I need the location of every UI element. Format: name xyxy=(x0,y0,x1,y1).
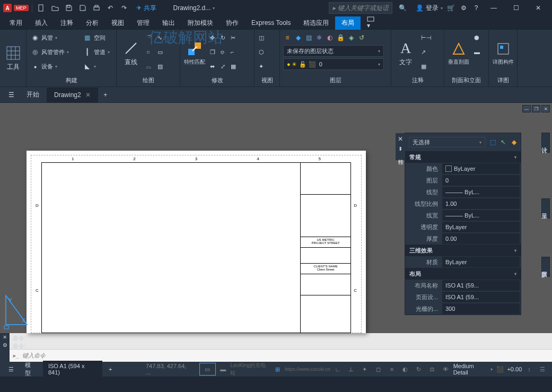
view-3d-icon[interactable]: ⬡ xyxy=(257,45,266,59)
annovisibility-icon[interactable]: 👁 xyxy=(440,363,452,376)
quick-select-icon[interactable]: ⬚ xyxy=(487,137,498,147)
props-value[interactable]: ——— ByL... xyxy=(442,187,520,197)
match-props-button[interactable]: 特性匹配 xyxy=(182,31,207,75)
detail-button[interactable]: 详图构件 xyxy=(491,31,515,75)
layer-states-icon[interactable]: ◆ xyxy=(294,33,302,42)
copy-icon[interactable]: ❐ xyxy=(208,45,217,59)
minimize-button[interactable]: — xyxy=(483,0,504,16)
cmd-close-icon[interactable]: ✕ xyxy=(3,334,7,340)
pipe-button[interactable]: ┃管道▾ xyxy=(81,45,114,59)
side-tab-display[interactable]: 显示 xyxy=(541,198,550,219)
redo-icon[interactable]: ↷ xyxy=(118,2,130,14)
layer-off-icon[interactable]: ◐ xyxy=(326,33,334,42)
duct-button[interactable]: ◉风管▾ xyxy=(29,31,80,45)
paper-space-icon[interactable]: ▭ xyxy=(199,363,216,376)
space-button[interactable]: ▦空间 xyxy=(81,31,114,45)
cycling-icon[interactable]: ↻ xyxy=(413,363,425,376)
sect-line-icon[interactable]: ▬ xyxy=(472,45,482,59)
elev-icon[interactable]: ⬢ xyxy=(472,31,482,45)
add-tab-button[interactable]: + xyxy=(98,88,113,102)
selection-dropdown[interactable]: 无选择▾ xyxy=(409,137,485,147)
tab-layout[interactable]: ISO A1 (594 x 841) xyxy=(43,361,102,378)
tabs-menu-button[interactable]: ☰ xyxy=(3,87,19,103)
props-value[interactable]: 1.00 xyxy=(442,198,520,209)
move-icon[interactable]: ✥ xyxy=(208,31,217,45)
toggle-pick-icon[interactable]: ◆ xyxy=(509,137,519,147)
help-icon[interactable]: ? xyxy=(470,2,482,14)
hatch-icon[interactable]: ▨ xyxy=(155,59,165,73)
menu-tab-4[interactable]: 视图 xyxy=(105,16,130,30)
ortho-icon[interactable]: ⊥ xyxy=(345,363,358,376)
elevation-offset[interactable]: +0.00 xyxy=(507,366,522,372)
annoscale-icon[interactable]: ⚖ xyxy=(426,363,439,376)
view-cube-icon[interactable]: ◫ xyxy=(257,31,266,45)
search-icon[interactable]: 🔍 xyxy=(397,2,408,14)
canvas-restore-button[interactable]: ❐ xyxy=(532,105,540,112)
save-icon[interactable] xyxy=(63,2,75,14)
close-button[interactable]: ✕ xyxy=(528,0,549,16)
customize-icon[interactable]: ☰ xyxy=(537,363,549,376)
props-value[interactable]: ByLayer xyxy=(442,163,520,174)
menu-tab-7[interactable]: 附加模块 xyxy=(181,16,220,30)
login-button[interactable]: 👤登录▾ xyxy=(416,4,443,13)
props-section-header[interactable]: 三维效果▾ xyxy=(405,245,521,256)
canvas-close-button[interactable]: ✕ xyxy=(541,105,550,112)
grid-icon[interactable]: ⊞ xyxy=(271,363,284,376)
detail-level[interactable]: Medium Detail xyxy=(453,363,489,376)
props-value[interactable]: 0.00 xyxy=(442,233,520,244)
command-input[interactable]: ▸_ 键入命令 xyxy=(10,349,552,362)
menu-tab-1[interactable]: 插入 xyxy=(29,16,54,30)
ribbon-collapse-button[interactable]: ▾ xyxy=(361,14,381,31)
side-tab-extdata[interactable]: 扩展数据 xyxy=(541,257,550,277)
section-button[interactable]: 垂直剖面 xyxy=(446,31,471,75)
snap-icon[interactable]: ∟ xyxy=(331,363,344,376)
side-tab-design[interactable]: 设计 xyxy=(541,133,550,153)
table-icon[interactable]: ▦ xyxy=(419,59,434,73)
apps-icon[interactable]: ⚙ xyxy=(458,2,469,14)
open-icon[interactable] xyxy=(49,2,61,14)
panel-close-icon[interactable]: ✕ xyxy=(398,135,403,143)
share-button[interactable]: ✈共享 xyxy=(132,4,161,13)
saveas-icon[interactable] xyxy=(77,2,89,14)
maximize-button[interactable]: ☐ xyxy=(505,0,527,16)
layer-state-dropdown[interactable]: 未保存的图层状态▾ xyxy=(283,45,384,57)
plot-icon[interactable] xyxy=(91,2,102,14)
menu-tab-11[interactable]: 布局 xyxy=(335,16,361,30)
line-button[interactable]: 直线 xyxy=(119,31,143,75)
menu-tab-6[interactable]: 输出 xyxy=(156,16,181,30)
menu-tab-9[interactable]: Express Tools xyxy=(245,17,297,29)
props-value[interactable]: ByLayer xyxy=(442,257,520,267)
menu-tab-2[interactable]: 注释 xyxy=(54,16,80,30)
duct-fitting-button[interactable]: ◎风管管件▾ xyxy=(29,45,80,59)
tools-button[interactable]: 工具 xyxy=(2,31,24,85)
rotate-icon[interactable]: ↻ xyxy=(218,31,227,45)
tab-drawing[interactable]: Drawing2✕ xyxy=(47,88,98,102)
status-menu-button[interactable]: ☰ xyxy=(3,361,19,377)
layer-iso-icon[interactable]: ▤ xyxy=(304,33,313,42)
stretch-icon[interactable]: ⬌ xyxy=(208,59,217,73)
layer-match-icon[interactable]: ◈ xyxy=(347,33,355,42)
canvas-area[interactable]: — ❐ ✕ 12345 DC DC US METRICPROJECT STREE… xyxy=(0,103,552,333)
undo-icon[interactable]: ↶ xyxy=(104,2,116,14)
menu-tab-0[interactable]: 常用 xyxy=(3,16,29,30)
mirror-icon[interactable]: ⎊ xyxy=(218,45,227,59)
menu-tab-8[interactable]: 协作 xyxy=(220,16,245,30)
props-section-header[interactable]: 布局▾ xyxy=(405,268,521,280)
fillet-icon[interactable]: ⌐ xyxy=(229,45,238,59)
leader-icon[interactable]: ↗ xyxy=(419,45,434,59)
model-space-icon[interactable]: ▬ xyxy=(217,363,230,376)
props-value[interactable]: ISO A1 (59... xyxy=(442,292,520,302)
new-icon[interactable] xyxy=(36,2,47,14)
replace-z-icon[interactable]: ↕ xyxy=(523,363,535,376)
polyline-icon[interactable]: ⌒ xyxy=(144,31,154,45)
transparency-icon[interactable]: ◐ xyxy=(399,363,412,376)
cmd-config-icon[interactable]: ⚙ xyxy=(3,342,7,348)
spline-icon[interactable]: ∿ xyxy=(155,31,165,45)
array-icon[interactable]: ▦ xyxy=(229,59,238,73)
menu-tab-5[interactable]: 管理 xyxy=(130,16,156,30)
select-similar-icon[interactable]: ↖ xyxy=(498,137,509,147)
layer-props-icon[interactable]: ≡ xyxy=(283,33,292,42)
osnap-icon[interactable]: ◻ xyxy=(372,363,385,376)
props-value[interactable]: ISO A1 (59... xyxy=(442,280,520,291)
dim-linear-icon[interactable]: ⊢⊣ xyxy=(419,31,434,45)
